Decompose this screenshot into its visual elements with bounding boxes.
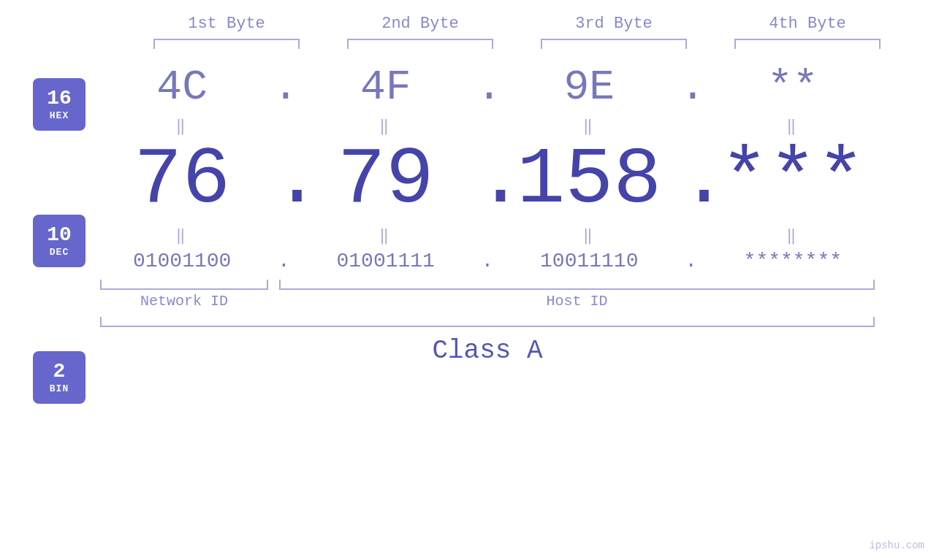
hex-badge-number: 16 <box>47 88 72 110</box>
eq2-b2: ‖ <box>313 226 459 245</box>
bin-dot3: . <box>680 250 702 272</box>
bin-badge: 2 BIN <box>33 351 85 404</box>
id-labels: Network ID Host ID <box>100 293 875 310</box>
bin-dot1: . <box>273 250 294 272</box>
bracket-byte1 <box>153 39 300 49</box>
hex-dot1: . <box>273 64 294 111</box>
bracket-byte2 <box>347 39 493 49</box>
watermark: ipshu.com <box>869 540 924 551</box>
top-brackets <box>130 39 905 49</box>
bin-row: 01001100 . 01001111 . 10011110 . *******… <box>100 250 875 272</box>
bin-b4: ******** <box>720 250 866 272</box>
dec-b2: 79 <box>313 140 459 220</box>
hex-b3: 9E <box>516 64 662 111</box>
bin-b1: 01001100 <box>109 250 255 272</box>
dec-b3: 158 <box>516 140 662 220</box>
hex-b4: ** <box>720 64 866 111</box>
eq1-b4: ‖ <box>720 116 866 136</box>
host-id-bracket <box>279 280 875 290</box>
dec-badge: 10 DEC <box>33 215 85 267</box>
badges-column: 16 HEX 10 DEC 2 BIN <box>33 78 85 404</box>
dec-dot1: . <box>273 140 294 220</box>
dec-b1: 76 <box>109 140 255 220</box>
full-bottom-bracket <box>100 317 875 327</box>
hex-row: 4C . 4F . 9E . ** <box>100 64 875 111</box>
dec-dot2: . <box>476 140 498 220</box>
bracket-byte4 <box>734 39 881 49</box>
main-container: 1st Byte 2nd Byte 3rd Byte 4th Byte 16 H… <box>0 0 939 560</box>
bottom-bracket-row <box>100 280 875 290</box>
grid-area: 4C . 4F . 9E . ** ‖ ‖ ‖ ‖ 76 . <box>100 64 928 366</box>
dec-row: 76 . 79 . 158 . *** <box>100 140 875 220</box>
eq1-b2: ‖ <box>313 116 459 136</box>
byte1-header: 1st Byte <box>153 15 300 33</box>
bracket-byte3 <box>541 39 687 49</box>
hex-b2: 4F <box>313 64 459 111</box>
byte-headers: 1st Byte 2nd Byte 3rd Byte 4th Byte <box>130 15 905 33</box>
bin-b2: 01001111 <box>313 250 459 272</box>
dec-badge-number: 10 <box>47 224 72 247</box>
hex-dot3: . <box>680 64 702 111</box>
dec-dot3: . <box>680 140 702 220</box>
hex-badge-label: HEX <box>50 110 69 121</box>
network-id-bracket <box>100 280 268 290</box>
eq2-b3: ‖ <box>516 226 662 245</box>
eq2-b4: ‖ <box>720 226 866 245</box>
hex-badge: 16 HEX <box>33 78 85 131</box>
eq1-b1: ‖ <box>109 116 255 136</box>
network-id-label: Network ID <box>100 293 268 310</box>
eq1-b3: ‖ <box>516 116 662 136</box>
bin-dot2: . <box>476 250 498 272</box>
eq2-b1: ‖ <box>109 226 255 245</box>
bin-badge-number: 2 <box>53 361 66 383</box>
bin-b3: 10011110 <box>516 250 662 272</box>
bin-badge-label: BIN <box>50 383 69 394</box>
byte3-header: 3rd Byte <box>541 15 687 33</box>
dec-badge-label: DEC <box>50 247 69 258</box>
class-label: Class A <box>100 336 875 366</box>
host-id-label: Host ID <box>279 293 875 310</box>
dec-b4: *** <box>720 140 866 220</box>
hex-b1: 4C <box>109 64 255 111</box>
byte4-header: 4th Byte <box>734 15 881 33</box>
hex-dot2: . <box>476 64 498 111</box>
byte2-header: 2nd Byte <box>347 15 493 33</box>
